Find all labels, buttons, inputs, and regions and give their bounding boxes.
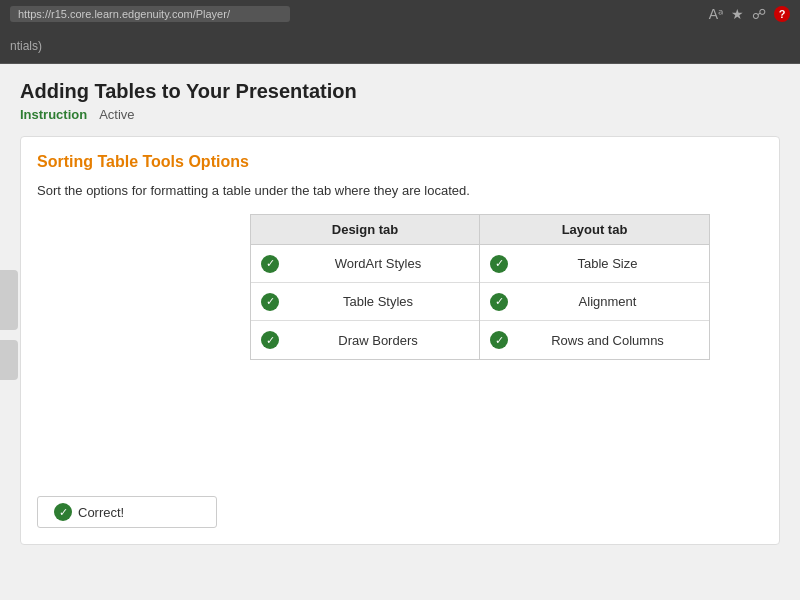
- layout-item-3-text: Rows and Columns: [516, 333, 699, 348]
- check-icon-2: ✓: [261, 293, 279, 311]
- check-icon-5: ✓: [490, 293, 508, 311]
- browser-bar: https://r15.core.learn.edgenuity.com/Pla…: [0, 0, 800, 28]
- design-tab-header: Design tab: [251, 215, 479, 245]
- correct-check-icon: ✓: [54, 503, 72, 521]
- card-title: Sorting Table Tools Options: [37, 153, 763, 171]
- top-nav: ntials): [0, 28, 800, 64]
- design-item-3[interactable]: ✓ Draw Borders: [251, 321, 479, 359]
- page-title: Adding Tables to Your Presentation: [20, 80, 780, 103]
- layout-tab-header: Layout tab: [480, 215, 709, 245]
- layout-item-1[interactable]: ✓ Table Size: [480, 245, 709, 283]
- correct-button[interactable]: ✓ Correct!: [37, 496, 217, 528]
- browser-icons: Aᵃ ★ ☍ ?: [709, 6, 790, 22]
- left-indicator-1: [0, 270, 18, 330]
- check-icon-6: ✓: [490, 331, 508, 349]
- layout-item-3[interactable]: ✓ Rows and Columns: [480, 321, 709, 359]
- design-item-1-text: WordArt Styles: [287, 256, 469, 271]
- card: Sorting Table Tools Options Sort the opt…: [20, 136, 780, 545]
- layout-item-1-text: Table Size: [516, 256, 699, 271]
- nav-text: ntials): [10, 39, 42, 53]
- drop-zone-empty: [37, 360, 763, 480]
- instruction-label: Instruction: [20, 107, 87, 122]
- design-item-2[interactable]: ✓ Table Styles: [251, 283, 479, 321]
- design-tab-column: Design tab ✓ WordArt Styles ✓ Table Styl…: [250, 214, 480, 360]
- page-meta: Instruction Active: [20, 107, 780, 122]
- sort-area: Design tab ✓ WordArt Styles ✓ Table Styl…: [197, 214, 763, 360]
- correct-label: Correct!: [78, 505, 124, 520]
- layout-tab-column: Layout tab ✓ Table Size ✓ Alignment ✓ Ro…: [480, 214, 710, 360]
- text-size-icon[interactable]: Aᵃ: [709, 6, 723, 22]
- layout-item-2-text: Alignment: [516, 294, 699, 309]
- help-icon[interactable]: ?: [774, 6, 790, 22]
- main-content: Adding Tables to Your Presentation Instr…: [0, 64, 800, 600]
- design-item-3-text: Draw Borders: [287, 333, 469, 348]
- design-item-2-text: Table Styles: [287, 294, 469, 309]
- url-bar[interactable]: https://r15.core.learn.edgenuity.com/Pla…: [10, 6, 290, 22]
- check-icon-1: ✓: [261, 255, 279, 273]
- bookmark-icon[interactable]: ★: [731, 6, 744, 22]
- check-icon-3: ✓: [261, 331, 279, 349]
- design-item-1[interactable]: ✓ WordArt Styles: [251, 245, 479, 283]
- left-indicator-2: [0, 340, 18, 380]
- active-badge: Active: [99, 107, 134, 122]
- layout-item-2[interactable]: ✓ Alignment: [480, 283, 709, 321]
- check-icon-4: ✓: [490, 255, 508, 273]
- instruction-text: Sort the options for formatting a table …: [37, 183, 763, 198]
- browser-action-icon[interactable]: ☍: [752, 6, 766, 22]
